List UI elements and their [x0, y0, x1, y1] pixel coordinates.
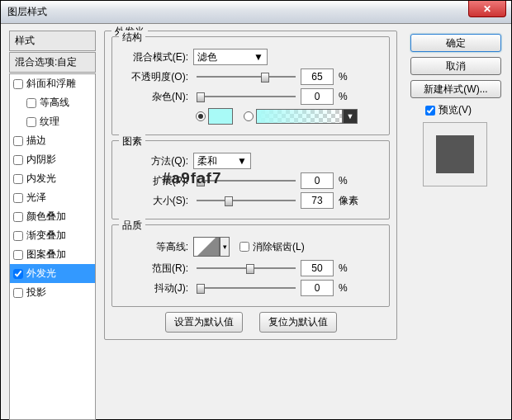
sidebar-item-label: 图案叠加 [26, 248, 66, 262]
style-list: 斜面和浮雕等高线纹理描边内阴影内发光光泽颜色叠加渐变叠加图案叠加外发光投影 [9, 73, 96, 420]
chevron-down-icon: ▼ [235, 155, 249, 167]
outer-glow-group: 外发光 结构 混合模式(E): 滤色 ▼ 不透明度(O): 65 [104, 31, 397, 340]
contour-swatch[interactable] [193, 237, 220, 257]
defaults-row: 设置为默认值 复位为默认值 [111, 312, 390, 333]
sidebar-item-label: 描边 [26, 134, 46, 148]
spread-input[interactable]: 0 [301, 172, 334, 189]
sidebar-item[interactable]: 描边 [10, 131, 95, 150]
style-list-panel: 样式 混合选项:自定 斜面和浮雕等高线纹理描边内阴影内发光光泽颜色叠加渐变叠加图… [9, 31, 96, 420]
opacity-input[interactable]: 65 [301, 68, 334, 85]
sidebar-item-label: 内发光 [26, 172, 56, 186]
gradient-preview[interactable] [256, 109, 343, 124]
settings-panel: 外发光 结构 混合模式(E): 滤色 ▼ 不透明度(O): 65 [104, 31, 397, 345]
hex-annotation: #a9faf7 [162, 169, 222, 187]
style-checkbox[interactable] [13, 193, 23, 203]
jitter-slider[interactable] [197, 281, 296, 295]
blending-options[interactable]: 混合选项:自定 [9, 52, 96, 73]
noise-slider[interactable] [197, 90, 296, 103]
close-button[interactable]: ✕ [468, 1, 506, 17]
action-panel: 确定 取消 新建样式(W)... 预览(V) [410, 34, 501, 186]
sidebar-item[interactable]: 等高线 [10, 93, 95, 112]
noise-unit: % [339, 91, 348, 102]
layer-style-dialog: 图层样式 ✕ 样式 混合选项:自定 斜面和浮雕等高线纹理描边内阴影内发光光泽颜色… [0, 0, 512, 420]
style-checkbox[interactable] [13, 79, 23, 89]
sidebar-item-label: 光泽 [26, 191, 46, 205]
elements-title: 图素 [119, 134, 145, 149]
structure-group: 结构 混合模式(E): 滤色 ▼ 不透明度(O): 65 % [111, 36, 390, 135]
reset-default-button[interactable]: 复位为默认值 [259, 312, 337, 333]
blend-mode-label: 混合模式(E): [119, 50, 193, 64]
sidebar-item[interactable]: 内阴影 [10, 150, 95, 169]
sidebar-item-label: 外发光 [26, 267, 56, 281]
window-title: 图层样式 [7, 5, 47, 19]
sidebar-item[interactable]: 外发光 [10, 264, 95, 283]
sidebar-item[interactable]: 内发光 [10, 169, 95, 188]
quality-group: 品质 等高线: ▾ 消除锯齿(L) 范围(R): [111, 224, 390, 307]
contour-label: 等高线: [119, 240, 193, 254]
glow-color-swatch[interactable] [208, 108, 233, 125]
noise-label: 杂色(N): [119, 90, 193, 104]
style-checkbox[interactable] [13, 155, 23, 165]
sidebar-item[interactable]: 投影 [10, 283, 95, 302]
preview-checkbox[interactable]: 预览(V) [425, 103, 501, 117]
style-checkbox[interactable] [26, 98, 36, 108]
size-label: 大小(S): [119, 194, 193, 208]
range-label: 范围(R): [119, 262, 193, 276]
ok-button[interactable]: 确定 [410, 34, 501, 52]
opacity-label: 不透明度(O): [119, 70, 193, 84]
style-checkbox[interactable] [13, 250, 23, 260]
style-checkbox[interactable] [13, 136, 23, 146]
cancel-button[interactable]: 取消 [410, 57, 501, 75]
size-slider[interactable] [197, 194, 296, 207]
elements-group: 图素 方法(Q): 柔和 ▼ 扩展(P): 0 % [111, 140, 390, 219]
anti-alias-checkbox[interactable]: 消除锯齿(L) [239, 240, 305, 254]
opacity-unit: % [339, 71, 348, 83]
sidebar-item-label: 投影 [26, 286, 46, 300]
sidebar-item[interactable]: 颜色叠加 [10, 207, 95, 226]
style-checkbox[interactable] [26, 117, 36, 127]
technique-combo[interactable]: 柔和 ▼ [193, 153, 251, 169]
gradient-dropdown[interactable]: ▼ [343, 109, 358, 124]
opacity-slider[interactable] [197, 70, 296, 83]
sidebar-item-label: 斜面和浮雕 [26, 77, 76, 91]
range-slider[interactable] [197, 262, 296, 275]
sidebar-item[interactable]: 图案叠加 [10, 245, 95, 264]
sidebar-item[interactable]: 纹理 [10, 112, 95, 131]
content-area: 样式 混合选项:自定 斜面和浮雕等高线纹理描边内阴影内发光光泽颜色叠加渐变叠加图… [1, 24, 511, 419]
style-checkbox[interactable] [13, 231, 23, 241]
sidebar-item[interactable]: 斜面和浮雕 [10, 74, 95, 93]
sidebar-item[interactable]: 渐变叠加 [10, 226, 95, 245]
jitter-input[interactable]: 0 [301, 280, 334, 296]
sidebar-item-label: 渐变叠加 [26, 229, 66, 243]
titlebar[interactable]: 图层样式 ✕ [1, 1, 511, 24]
preview-thumbnail [423, 122, 487, 186]
sidebar-item-label: 内阴影 [26, 153, 56, 167]
sidebar-item-label: 等高线 [40, 96, 69, 110]
spread-unit: % [339, 175, 348, 186]
structure-title: 结构 [119, 31, 145, 45]
jitter-label: 抖动(J): [119, 281, 193, 295]
noise-input[interactable]: 0 [301, 88, 334, 105]
size-unit: 像素 [339, 194, 358, 208]
sidebar-item[interactable]: 光泽 [10, 188, 95, 207]
sidebar-item-label: 纹理 [40, 115, 59, 129]
color-radio[interactable] [196, 111, 206, 121]
style-list-header[interactable]: 样式 [9, 31, 96, 51]
blend-mode-combo[interactable]: 滤色 ▼ [193, 49, 268, 65]
size-input[interactable]: 73 [301, 192, 334, 209]
sidebar-item-label: 颜色叠加 [26, 210, 66, 224]
technique-label: 方法(Q): [119, 154, 193, 168]
style-checkbox[interactable] [13, 269, 23, 279]
style-checkbox[interactable] [13, 288, 23, 298]
contour-dropdown[interactable]: ▾ [220, 237, 230, 257]
style-checkbox[interactable] [13, 212, 23, 222]
jitter-unit: % [339, 282, 348, 294]
style-checkbox[interactable] [13, 174, 23, 184]
quality-title: 品质 [119, 219, 145, 233]
range-input[interactable]: 50 [301, 260, 334, 276]
make-default-button[interactable]: 设置为默认值 [165, 312, 243, 333]
close-icon: ✕ [483, 3, 491, 15]
new-style-button[interactable]: 新建样式(W)... [410, 80, 501, 98]
range-unit: % [339, 262, 348, 274]
gradient-radio[interactable] [244, 111, 254, 121]
